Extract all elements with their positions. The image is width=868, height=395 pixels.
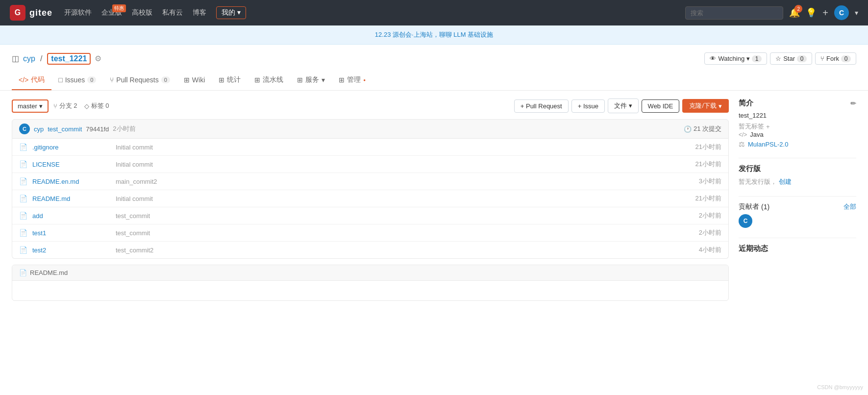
search-input[interactable] <box>685 6 783 20</box>
pull-request-button[interactable]: + Pull Request <box>514 99 569 113</box>
logo-text: gitee <box>29 8 52 18</box>
issue-button[interactable]: + Issue <box>571 99 605 113</box>
nav-blog[interactable]: 博客 <box>193 8 206 17</box>
tags-count[interactable]: ◇ 标签 0 <box>84 101 109 110</box>
manage-tab-icon: ⊞ <box>339 76 345 84</box>
notification-bell[interactable]: 🔔 2 <box>789 7 800 18</box>
tab-services[interactable]: ⊞ 服务 ▾ <box>290 71 332 90</box>
nav-university[interactable]: 高校版 <box>132 8 152 17</box>
tab-code[interactable]: </> 代码 <box>12 71 51 90</box>
fork-count: 0 <box>841 55 851 62</box>
star-button[interactable]: ☆ Star 0 <box>770 52 812 65</box>
file-row-add[interactable]: 📄 add test_commit 2小时前 <box>12 207 728 224</box>
event-banner[interactable]: 12.23 源创会·上海站，聊聊 LLM 基础设施 <box>0 25 868 45</box>
fork-button[interactable]: ⑂ Fork 0 <box>815 52 856 65</box>
nav-enterprise[interactable]: 企业版 特惠 <box>101 8 122 17</box>
sidebar-intro-desc: test_1221 <box>739 112 856 119</box>
tab-stats[interactable]: ⊞ 统计 <box>212 71 248 90</box>
watch-dropdown: ▾ <box>746 55 750 62</box>
nav-opensource[interactable]: 开源软件 <box>64 8 92 17</box>
file-name[interactable]: README.en.md <box>32 178 111 185</box>
repo-title-row: ◫ cyp / test_1221 ⚙ 👁 Watching ▾ 1 ☆ Sta… <box>12 52 856 65</box>
file-row-license[interactable]: 📄 LICENSE Initial commit 21小时前 <box>12 156 728 173</box>
sidebar-recent: 近期动态 <box>739 244 856 253</box>
release-title: 发行版 <box>739 164 856 173</box>
fork-label: Fork <box>826 55 839 62</box>
branch-selector[interactable]: master ▾ <box>12 99 49 113</box>
stats-tab-label: 统计 <box>227 75 241 84</box>
branch-name: master <box>18 102 37 110</box>
file-name[interactable]: test1 <box>32 229 111 237</box>
file-row-readme-en[interactable]: 📄 README.en.md main_commit2 3小时前 <box>12 173 728 190</box>
branches-count[interactable]: ⑂ 分支 2 <box>53 101 77 110</box>
file-dropdown-icon: ▾ <box>629 102 632 109</box>
readme-icon: 📄 <box>19 269 27 276</box>
repo-title-left: ◫ cyp / test_1221 ⚙ <box>12 53 101 65</box>
repo-slash: / <box>40 54 42 63</box>
tab-pipeline[interactable]: ⊞ 流水线 <box>248 71 290 90</box>
file-time: 21小时前 <box>687 160 721 169</box>
add-tag-icon[interactable]: + <box>766 123 770 130</box>
file-name[interactable]: .gitignore <box>32 144 111 151</box>
nav-right: 🔔 2 💡 + C ▾ <box>685 5 858 20</box>
file-commit: test_commit2 <box>116 247 682 254</box>
nav-mine[interactable]: 我的 ▾ <box>216 6 246 19</box>
readme-header: 📄 README.md <box>12 265 728 281</box>
file-name[interactable]: add <box>32 212 111 220</box>
commit-author[interactable]: cyp <box>34 125 44 133</box>
contributor-avatar[interactable]: C <box>739 214 752 228</box>
repo-main: master ▾ ⑂ 分支 2 ◇ 标签 0 + Pull Request + … <box>12 99 729 301</box>
release-create-link[interactable]: 创建 <box>779 178 792 185</box>
file-icon: 📄 <box>19 212 27 220</box>
file-row-gitignore[interactable]: 📄 .gitignore Initial commit 21小时前 <box>12 139 728 156</box>
plus-icon[interactable]: + <box>822 7 828 19</box>
sidebar-license[interactable]: ⚖ MulanPSL-2.0 <box>739 140 856 148</box>
commits-icon: 🕐 <box>684 125 692 133</box>
nav-private[interactable]: 私有云 <box>162 8 183 17</box>
services-tab-icon: ⊞ <box>297 76 303 84</box>
wiki-tab-icon: ⊞ <box>184 76 190 84</box>
repo-name[interactable]: test_1221 <box>47 53 91 65</box>
file-row-test2[interactable]: 📄 test2 test_commit2 4小时前 <box>12 242 728 258</box>
file-commit: main_commit2 <box>116 178 682 185</box>
file-button[interactable]: 文件 ▾ <box>608 99 639 113</box>
star-icon: ☆ <box>775 55 781 62</box>
watch-button[interactable]: 👁 Watching ▾ 1 <box>704 52 767 65</box>
contributors-title: 贡献者 <box>739 202 759 211</box>
file-row-test1[interactable]: 📄 test1 test_commit 2小时前 <box>12 224 728 242</box>
tab-issues[interactable]: □ Issues 0 <box>51 71 103 90</box>
services-tab-label: 服务 <box>305 75 319 84</box>
file-commit: test_commit <box>116 229 682 237</box>
avatar-dropdown[interactable]: ▾ <box>855 9 858 17</box>
commit-count[interactable]: 🕐 21 次提交 <box>684 124 721 133</box>
nav-logo[interactable]: G gitee <box>10 5 52 21</box>
stats-tab-icon: ⊞ <box>219 76 224 84</box>
file-icon: 📄 <box>19 246 27 254</box>
webide-button[interactable]: Web IDE <box>642 99 680 113</box>
file-name[interactable]: LICENSE <box>32 161 111 168</box>
repo-settings-icon[interactable]: ⚙ <box>95 54 101 63</box>
services-dropdown-icon: ▾ <box>322 76 325 84</box>
file-time: 3小时前 <box>687 177 721 186</box>
file-row-readme[interactable]: 📄 README.md Initial commit 21小时前 <box>12 190 728 207</box>
file-icon: 📄 <box>19 229 27 237</box>
tab-pull-requests[interactable]: ⑂ Pull Requests 0 <box>103 71 177 90</box>
clone-dropdown-icon: ▾ <box>719 102 722 110</box>
tab-wiki[interactable]: ⊞ Wiki <box>177 71 212 90</box>
commit-author-avatar: C <box>19 123 30 134</box>
contributors-all-link[interactable]: 全部 <box>843 202 856 211</box>
code-tab-label: 代码 <box>31 75 45 84</box>
user-avatar[interactable]: C <box>834 5 849 20</box>
repo-owner[interactable]: cyp <box>23 54 35 63</box>
file-name[interactable]: README.md <box>32 195 111 202</box>
commit-message[interactable]: test_commit <box>48 125 82 133</box>
tab-manage[interactable]: ⊞ 管理 ● <box>332 71 372 90</box>
file-name[interactable]: test2 <box>32 247 111 254</box>
commit-bar: C cyp test_commit 79441fd 2小时前 🕐 21 次提交 <box>12 119 729 139</box>
clone-button[interactable]: 克隆/下载 ▾ <box>682 99 729 113</box>
intro-edit-icon[interactable]: ✏ <box>850 99 856 107</box>
bulb-icon[interactable]: 💡 <box>806 7 817 18</box>
file-icon: 📄 <box>19 160 27 168</box>
file-time: 21小时前 <box>687 194 721 203</box>
issues-tab-label: Issues <box>65 76 85 84</box>
